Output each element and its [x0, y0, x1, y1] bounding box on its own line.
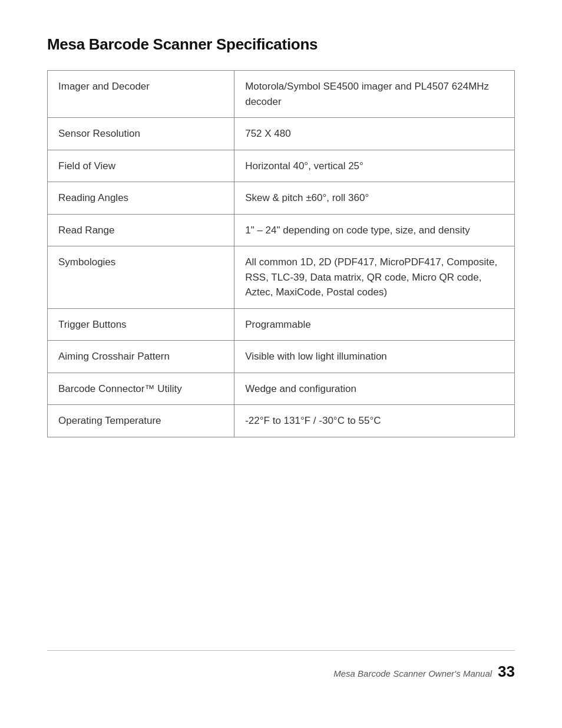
page-container: Mesa Barcode Scanner Specifications Imag…	[0, 0, 562, 728]
spec-label: Operating Temperature	[48, 405, 234, 437]
page-title: Mesa Barcode Scanner Specifications	[47, 35, 515, 54]
spec-value: Skew & pitch ±60°, roll 360°	[234, 182, 515, 215]
table-row: Field of ViewHorizontal 40°, vertical 25…	[48, 150, 515, 182]
spec-label: Trigger Buttons	[48, 308, 234, 341]
table-row: Sensor Resolution752 X 480	[48, 118, 515, 150]
spec-value: 752 X 480	[234, 118, 515, 150]
table-row: SymbologiesAll common 1D, 2D (PDF417, Mi…	[48, 246, 515, 309]
spec-value: Horizontal 40°, vertical 25°	[234, 150, 515, 182]
spec-label: Read Range	[48, 214, 234, 246]
spec-label: Field of View	[48, 150, 234, 182]
spec-label: Symbologies	[48, 246, 234, 309]
spec-label: Reading Angles	[48, 182, 234, 215]
table-row: Reading AnglesSkew & pitch ±60°, roll 36…	[48, 182, 515, 215]
table-row: Operating Temperature-22°F to 131°F / -3…	[48, 405, 515, 437]
footer-page-number: 33	[498, 663, 515, 681]
footer-manual-title: Mesa Barcode Scanner Owner's Manual	[333, 668, 492, 678]
spec-table: Imager and DecoderMotorola/Symbol SE4500…	[47, 70, 515, 437]
table-row: Barcode Connector™ UtilityWedge and conf…	[48, 373, 515, 405]
table-row: Imager and DecoderMotorola/Symbol SE4500…	[48, 71, 515, 118]
footer: Mesa Barcode Scanner Owner's Manual 33	[47, 650, 515, 681]
table-row: Trigger ButtonsProgrammable	[48, 308, 515, 341]
spec-value: Programmable	[234, 308, 515, 341]
spec-label: Imager and Decoder	[48, 71, 234, 118]
spec-value: 1" – 24" depending on code type, size, a…	[234, 214, 515, 246]
spec-value: All common 1D, 2D (PDF417, MicroPDF417, …	[234, 246, 515, 309]
spec-value: Wedge and configuration	[234, 373, 515, 405]
table-row: Aiming Crosshair PatternVisible with low…	[48, 341, 515, 373]
spec-value: -22°F to 131°F / -30°C to 55°C	[234, 405, 515, 437]
spec-value: Motorola/Symbol SE4500 imager and PL4507…	[234, 71, 515, 118]
spec-label: Aiming Crosshair Pattern	[48, 341, 234, 373]
table-row: Read Range1" – 24" depending on code typ…	[48, 214, 515, 246]
spec-value: Visible with low light illumination	[234, 341, 515, 373]
spec-label: Sensor Resolution	[48, 118, 234, 150]
spec-label: Barcode Connector™ Utility	[48, 373, 234, 405]
